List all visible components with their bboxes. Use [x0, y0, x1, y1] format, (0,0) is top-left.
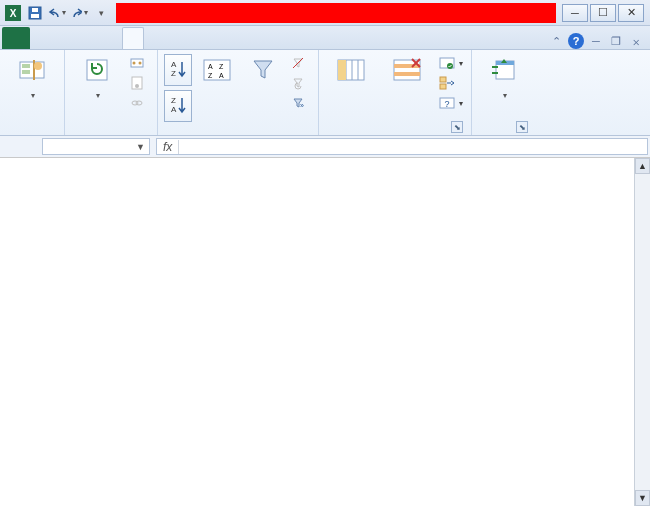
- datatools-launcher[interactable]: ⬊: [451, 121, 463, 133]
- consolidate-button[interactable]: [437, 74, 465, 92]
- remove-duplicates-icon: [391, 54, 423, 86]
- svg-text:A: A: [171, 60, 177, 69]
- vertical-scrollbar[interactable]: ▲ ▼: [634, 158, 650, 506]
- reapply-icon: [290, 75, 306, 91]
- window-title: [116, 3, 556, 23]
- sort-button[interactable]: AZZA: [196, 52, 238, 88]
- svg-point-12: [139, 62, 142, 65]
- tab-home[interactable]: [34, 27, 56, 49]
- sort-icon: AZZA: [201, 54, 233, 86]
- fx-button[interactable]: fx: [157, 140, 179, 154]
- tab-file[interactable]: [2, 27, 30, 49]
- svg-rect-40: [440, 77, 446, 82]
- text-to-columns-button[interactable]: [325, 52, 377, 88]
- edit-links-icon: [129, 95, 145, 111]
- reapply-button[interactable]: [288, 74, 312, 92]
- svg-rect-34: [394, 64, 420, 68]
- advanced-icon: »: [290, 95, 306, 111]
- svg-rect-6: [22, 64, 30, 68]
- connections-icon: [129, 55, 145, 71]
- consolidate-icon: [439, 75, 455, 91]
- help-icon[interactable]: ?: [568, 33, 584, 49]
- svg-text:Z: Z: [171, 69, 176, 78]
- group-sort-filter: AZ ZA AZZA »: [158, 50, 319, 135]
- scroll-up-icon[interactable]: ▲: [635, 158, 650, 174]
- window-controls: ─ ☐ ✕: [562, 4, 650, 22]
- what-if-icon: ?: [439, 95, 455, 111]
- get-external-data-button[interactable]: [6, 52, 58, 101]
- tab-review[interactable]: [144, 27, 166, 49]
- data-validation-button[interactable]: ▾: [437, 54, 465, 72]
- edit-links-button[interactable]: [127, 94, 151, 112]
- filter-icon: [247, 54, 279, 86]
- refresh-icon: [81, 54, 113, 86]
- clear-icon: [290, 55, 306, 71]
- properties-icon: [129, 75, 145, 91]
- svg-text:?: ?: [444, 99, 449, 109]
- filter-button[interactable]: [242, 52, 284, 88]
- what-if-button[interactable]: ?▾: [437, 94, 465, 112]
- outline-icon: [488, 54, 520, 86]
- outline-button[interactable]: [478, 52, 530, 101]
- data-validation-icon: [439, 55, 455, 71]
- svg-text:X: X: [10, 8, 17, 19]
- svg-rect-41: [440, 84, 446, 89]
- svg-text:A: A: [171, 105, 177, 114]
- close-button[interactable]: ✕: [618, 4, 644, 22]
- group-datatools-label: ⬊: [325, 130, 465, 135]
- properties-button[interactable]: [127, 74, 151, 92]
- workbook-restore-icon[interactable]: ❐: [608, 33, 624, 49]
- text-to-columns-icon: [335, 54, 367, 86]
- group-sortfilter-label: [164, 130, 312, 135]
- workbook-close-icon[interactable]: ⨉: [628, 33, 644, 49]
- tab-page-layout[interactable]: [78, 27, 100, 49]
- svg-point-14: [135, 84, 139, 88]
- svg-text:Z: Z: [219, 63, 224, 70]
- group-connections: [65, 50, 158, 135]
- svg-rect-35: [394, 72, 420, 76]
- tab-insert[interactable]: [56, 27, 78, 49]
- name-box-dropdown-icon[interactable]: ▼: [136, 142, 145, 152]
- group-get-external: [0, 50, 65, 135]
- advanced-button[interactable]: »: [288, 94, 312, 112]
- minimize-button[interactable]: ─: [562, 4, 588, 22]
- quick-access-toolbar: X ▾: [0, 4, 114, 22]
- svg-point-16: [136, 101, 142, 105]
- name-box-input[interactable]: [47, 140, 107, 154]
- scroll-down-icon[interactable]: ▼: [635, 490, 650, 506]
- refresh-all-button[interactable]: [71, 52, 123, 101]
- group-data-tools: ▾ ?▾ ⬊: [319, 50, 472, 135]
- excel-icon[interactable]: X: [4, 4, 22, 22]
- outline-launcher[interactable]: ⬊: [516, 121, 528, 133]
- group-connections-label: [71, 130, 151, 135]
- tab-view[interactable]: [166, 27, 188, 49]
- tab-data[interactable]: [122, 27, 144, 49]
- ribbon-minimize-icon[interactable]: ⌃: [548, 33, 564, 49]
- name-box[interactable]: ▼: [42, 138, 150, 155]
- save-icon[interactable]: [26, 4, 44, 22]
- ribbon: AZ ZA AZZA »: [0, 50, 650, 136]
- maximize-button[interactable]: ☐: [590, 4, 616, 22]
- sort-asc-button[interactable]: AZ: [164, 54, 192, 86]
- clear-button[interactable]: [288, 54, 312, 72]
- get-external-label: [29, 88, 35, 101]
- formula-bar: ▼ fx: [0, 136, 650, 158]
- svg-rect-3: [31, 14, 39, 18]
- redo-icon[interactable]: [70, 4, 88, 22]
- group-outline: ⬊: [472, 50, 536, 135]
- connections-button[interactable]: [127, 54, 151, 72]
- svg-text:Z: Z: [171, 96, 176, 105]
- workbook-minimize-icon[interactable]: ─: [588, 33, 604, 49]
- svg-point-11: [133, 62, 136, 65]
- svg-text:A: A: [219, 72, 224, 79]
- undo-icon[interactable]: [48, 4, 66, 22]
- qat-customize-icon[interactable]: ▾: [92, 4, 110, 22]
- ribbon-tabs: ⌃ ? ─ ❐ ⨉: [0, 26, 650, 50]
- remove-duplicates-button[interactable]: [381, 52, 433, 88]
- formula-input[interactable]: [179, 140, 647, 154]
- svg-point-8: [34, 62, 42, 70]
- worksheet-grid: ▲ ▼: [0, 158, 650, 506]
- sort-desc-button[interactable]: ZA: [164, 90, 192, 122]
- tab-formulas[interactable]: [100, 27, 122, 49]
- external-data-icon: [16, 54, 48, 86]
